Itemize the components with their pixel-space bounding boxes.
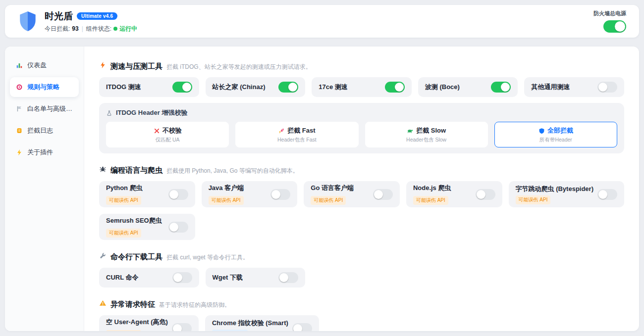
feature-card: 17ce 测速	[312, 77, 412, 97]
feature-info: 字节跳动爬虫 (Bytespider)可能误伤 API	[516, 185, 593, 204]
sidebar-item-whitelist[interactable]: 白名单与高级安全	[10, 99, 79, 119]
header-check-panel: ITDOG Header 增强校验不校验仅匹配 UA拦截 FastHeader包…	[99, 103, 624, 153]
toggle-knob	[173, 324, 182, 332]
warning-badge: 可能误伤 API	[311, 196, 346, 205]
feature-card: CURL 命令	[99, 268, 199, 288]
toggle-knob	[169, 223, 178, 232]
feature-toggle[interactable]	[597, 82, 617, 93]
feature-toggle[interactable]	[476, 189, 495, 200]
sidebar-item-label: 关于插件	[27, 148, 53, 157]
target-icon	[16, 84, 23, 91]
feature-toggle[interactable]	[168, 222, 188, 233]
feature-card: Chrome 指纹校验 (Smart)智能识别爬虫	[205, 315, 319, 331]
sidebar-item-label: 规则与策略	[27, 83, 59, 92]
feature-info: 其他通用测速	[531, 83, 570, 92]
sidebar-item-dashboard[interactable]: 仪表盘	[10, 55, 79, 75]
header-check-option[interactable]: 全部拦截所有带Header	[494, 122, 617, 147]
feature-toggle[interactable]	[597, 189, 617, 200]
section-speedtest: 测速与压测工具拦截 iTDOG、站长之家等发起的测速或压力测试请求。ITDOG …	[99, 61, 624, 153]
section-subtitle: 拦截 iTDOG、站长之家等发起的测速或压力测试请求。	[166, 63, 312, 71]
feature-label: 其他通用测速	[531, 83, 570, 92]
warning-icon	[99, 299, 107, 307]
feature-card: 其他通用测速	[524, 77, 624, 97]
feature-toggle[interactable]	[278, 82, 298, 93]
turtle-icon	[407, 127, 414, 134]
feature-info: 波测 (Boce)	[425, 83, 460, 92]
section-subtitle: 拦截使用 Python, Java, Go 等编写的自动化脚本。	[166, 167, 299, 175]
feature-label: CURL 命令	[106, 273, 138, 282]
feature-card: Java 客户端可能误伤 API	[202, 181, 298, 207]
app-logo-shield-icon	[18, 10, 38, 32]
warning-badge: 可能误伤 API	[106, 330, 141, 331]
spark-icon	[16, 149, 23, 156]
feature-toggle[interactable]	[172, 323, 192, 332]
master-power-toggle[interactable]	[603, 20, 626, 33]
option-description: Header包含 Slow	[369, 137, 484, 144]
toggle-knob	[182, 83, 191, 92]
section-title: 异常请求特征	[110, 300, 155, 309]
blocked-today-label: 今日拦截:	[45, 25, 70, 33]
section-header: 测速与压测工具拦截 iTDOG、站长之家等发起的测速或压力测试请求。	[99, 61, 624, 71]
toggle-grid: Python 爬虫可能误伤 APIJava 客户端可能误伤 APIGo 语言客户…	[99, 181, 624, 240]
x-icon	[154, 128, 160, 134]
warning-badge: 可能误伤 API	[106, 196, 141, 205]
flask-icon	[106, 110, 112, 116]
feature-info: 站长之家 (Chinaz)	[213, 83, 266, 92]
scroll-icon	[16, 127, 23, 134]
feature-toggle[interactable]	[172, 272, 192, 283]
feature-card: Node.js 爬虫可能误伤 API	[406, 181, 502, 207]
feature-info: Chrome 指纹校验 (Smart)智能识别爬虫	[212, 319, 288, 332]
status-dot-icon	[113, 27, 117, 31]
feature-toggle[interactable]	[292, 323, 312, 332]
feature-toggle[interactable]	[385, 82, 405, 93]
sidebar-item-label: 白名单与高级安全	[27, 104, 73, 113]
feature-info: Go 语言客户端可能误伤 API	[311, 184, 369, 205]
feature-card: Go 语言客户端可能误伤 API	[304, 181, 400, 207]
sidebar-item-about[interactable]: 关于插件	[10, 143, 79, 162]
feature-toggle[interactable]	[168, 189, 188, 200]
rocket-icon	[278, 128, 285, 134]
option-title: 全部拦截	[498, 126, 614, 135]
feature-toggle[interactable]	[172, 82, 192, 93]
feature-label: 空 User-Agent (高危)	[106, 318, 168, 327]
lightning-icon	[99, 61, 107, 69]
master-power-label: 防火墙总电源	[593, 10, 626, 17]
component-status-label: 组件状态:	[86, 25, 111, 33]
feature-toggle[interactable]	[278, 272, 298, 283]
app-header: 时光盾 Ultimate v4.6 今日拦截: 93 | 组件状态: 运行中 防…	[5, 5, 639, 38]
option-title: 拦截 Fast	[239, 126, 355, 135]
feature-info: ITDOG 测速	[106, 83, 141, 92]
section-subtitle: 拦截 curl, wget 等命令行工具。	[166, 253, 249, 262]
feature-info: Java 客户端可能误伤 API	[209, 184, 267, 205]
header-check-option[interactable]: 拦截 FastHeader包含 Fast	[235, 122, 358, 147]
sidebar-item-rules[interactable]: 规则与策略	[10, 77, 79, 97]
feature-toggle[interactable]	[270, 189, 290, 200]
toggle-knob	[271, 190, 280, 199]
feature-label: Java 客户端	[209, 184, 244, 192]
feature-toggle[interactable]	[373, 189, 393, 200]
sidebar-item-logs[interactable]: 拦截日志	[10, 121, 79, 141]
toggle-knob	[598, 83, 607, 92]
subpanel-title: ITDOG Header 增强校验	[116, 108, 187, 117]
info-badge: 智能识别爬虫	[212, 330, 248, 332]
option-description: Header包含 Fast	[239, 137, 355, 144]
option-grid: 不校验仅匹配 UA拦截 FastHeader包含 Fast拦截 SlowHead…	[106, 122, 617, 147]
option-description: 仅匹配 UA	[109, 137, 225, 144]
warning-badge: 可能误伤 API	[516, 195, 551, 204]
feature-label: Node.js 爬虫	[413, 184, 451, 192]
bar-chart-icon	[16, 62, 23, 69]
warning-badge: 可能误伤 API	[209, 196, 244, 205]
feature-label: Chrome 指纹校验 (Smart)	[212, 319, 288, 328]
page-title: 时光盾	[45, 10, 73, 23]
header-check-option[interactable]: 不校验仅匹配 UA	[106, 122, 229, 147]
section-header: 编程语言与爬虫拦截使用 Python, Java, Go 等编写的自动化脚本。	[99, 165, 624, 175]
toggle-grid: ITDOG 测速站长之家 (Chinaz)17ce 测速波测 (Boce)其他通…	[99, 77, 624, 97]
toggle-knob	[169, 190, 178, 199]
feature-label: Go 语言客户端	[311, 184, 354, 192]
feature-toggle[interactable]	[491, 82, 511, 93]
feature-card: 空 User-Agent (高危)可能误伤 API	[99, 315, 199, 331]
shield-icon	[538, 128, 545, 134]
header-check-option[interactable]: 拦截 SlowHeader包含 Slow	[365, 122, 488, 147]
toggle-knob	[288, 83, 297, 92]
feature-card: Python 爬虫可能误伤 API	[99, 181, 195, 207]
